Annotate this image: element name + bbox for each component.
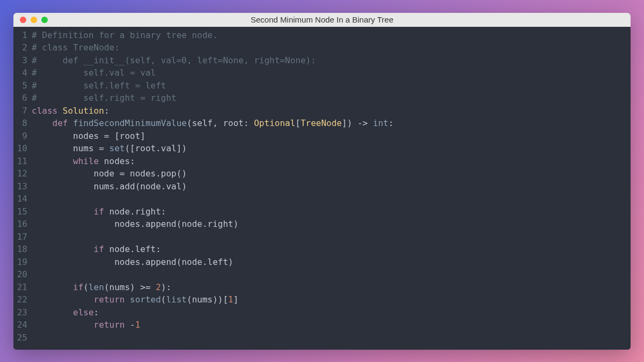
line-number: 5 <box>13 79 27 92</box>
line-number: 18 <box>13 243 27 256</box>
line-number: 13 <box>13 180 27 193</box>
code-line[interactable] <box>32 193 631 205</box>
line-number: 7 <box>13 105 27 117</box>
line-number: 8 <box>13 117 27 130</box>
line-number: 11 <box>13 155 27 168</box>
code-line[interactable]: if(len(nums) >= 2): <box>32 281 631 294</box>
line-number: 19 <box>13 256 27 269</box>
code-line[interactable]: # self.val = val <box>32 67 631 79</box>
line-number: 21 <box>13 281 27 294</box>
code-line[interactable]: def findSecondMinimumValue(self, root: O… <box>32 117 631 130</box>
line-number: 25 <box>13 331 27 344</box>
code-line[interactable] <box>32 331 631 344</box>
code-line[interactable]: # def __init__(self, val=0, left=None, r… <box>32 54 631 67</box>
code-line[interactable]: node = nodes.pop() <box>32 167 631 180</box>
maximize-icon[interactable] <box>41 17 48 23</box>
line-number: 3 <box>13 54 27 67</box>
line-number: 2 <box>13 41 27 54</box>
code-line[interactable]: if node.right: <box>32 205 631 218</box>
line-number: 9 <box>13 130 27 143</box>
line-number: 22 <box>13 293 27 306</box>
code-line[interactable]: nums = set([root.val]) <box>32 142 631 155</box>
line-number: 24 <box>13 319 27 331</box>
code-line[interactable]: # class TreeNode: <box>32 41 631 54</box>
line-number-gutter: 1234567891011121314151617181920212223242… <box>13 29 32 350</box>
code-content[interactable]: # Definition for a binary tree node.# cl… <box>32 29 631 350</box>
code-line[interactable]: nodes.append(node.right) <box>32 218 631 231</box>
code-window: Second Minimum Node In a Binary Tree 123… <box>13 13 631 350</box>
code-line[interactable]: # self.right = right <box>32 92 631 105</box>
code-line[interactable] <box>32 231 631 243</box>
titlebar: Second Minimum Node In a Binary Tree <box>13 13 631 27</box>
minimize-icon[interactable] <box>31 17 37 23</box>
code-line[interactable]: if node.left: <box>32 243 631 256</box>
code-line[interactable]: nums.add(node.val) <box>32 180 631 193</box>
line-number: 17 <box>13 231 27 243</box>
code-line[interactable]: nodes = [root] <box>32 130 631 143</box>
code-editor[interactable]: 1234567891011121314151617181920212223242… <box>13 27 631 350</box>
close-icon[interactable] <box>20 17 26 23</box>
traffic-lights <box>20 17 48 23</box>
code-line[interactable]: nodes.append(node.left) <box>32 256 631 269</box>
line-number: 16 <box>13 218 27 231</box>
line-number: 20 <box>13 268 27 281</box>
line-number: 14 <box>13 193 27 205</box>
line-number: 10 <box>13 142 27 155</box>
code-line[interactable]: return sorted(list(nums))[1] <box>32 293 631 306</box>
line-number: 15 <box>13 205 27 218</box>
line-number: 23 <box>13 306 27 319</box>
line-number: 6 <box>13 92 27 105</box>
code-line[interactable]: return -1 <box>32 319 631 331</box>
line-number: 4 <box>13 67 27 79</box>
code-line[interactable]: # self.left = left <box>32 79 631 92</box>
window-title: Second Minimum Node In a Binary Tree <box>13 15 631 24</box>
code-line[interactable]: else: <box>32 306 631 319</box>
code-line[interactable] <box>32 268 631 281</box>
line-number: 12 <box>13 167 27 180</box>
code-line[interactable]: class Solution: <box>32 105 631 117</box>
code-line[interactable]: # Definition for a binary tree node. <box>32 29 631 42</box>
line-number: 1 <box>13 29 27 42</box>
code-line[interactable]: while nodes: <box>32 155 631 168</box>
